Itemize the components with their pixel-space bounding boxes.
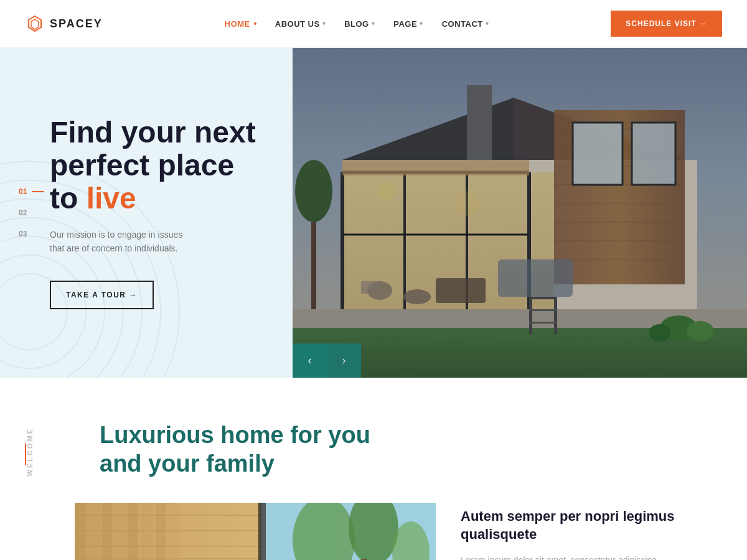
section-right-title: Autem semper per nopri legimus qualisque… [461,508,722,543]
svg-rect-56 [75,503,86,560]
section-two-content: Autem semper per nopri legimus qualisque… [0,478,747,560]
slide-indicator-3[interactable]: 03 [19,230,44,238]
section-right-text: Autem semper per nopri legimus qualisque… [461,503,722,560]
svg-rect-63 [168,503,179,560]
hero-accent-word: live [87,182,136,215]
nav-page[interactable]: PAGE▾ [393,19,423,29]
hero-content: Find your next perfect place to live Our… [50,116,261,309]
svg-rect-60 [128,503,138,560]
svg-rect-61 [141,503,153,560]
slide-indicator-2[interactable]: 02 [19,208,44,217]
hero-next-button[interactable]: › [327,343,361,378]
section-house-image [75,503,436,560]
svg-rect-62 [156,503,166,560]
welcome-label: WELCOME [25,427,34,476]
header: SPACEY HOME ABOUT US▾ BLOG▾ PAGE▾ CONTAC… [0,0,747,48]
svg-rect-49 [293,48,747,378]
hero-left-panel: 01 02 03 Find your next perfect place to… [0,48,293,378]
hero-section: 01 02 03 Find your next perfect place to… [0,48,747,378]
hero-description: Our mission is to engage in issues that … [50,228,187,256]
slide-indicators: 01 02 03 [19,187,44,238]
svg-rect-57 [88,503,100,560]
nav-arrow: ▾ [322,21,326,27]
logo-text: SPACEY [50,17,103,30]
nav-dot [254,22,256,25]
nav-blog[interactable]: BLOG▾ [344,19,375,29]
take-tour-button[interactable]: TAKE A TOUR → [50,281,154,309]
section-right-desc: Lorem ipsum dolor sit amet, consectetur … [461,553,722,560]
schedule-visit-button[interactable]: SCHEDULE VISIT → [611,11,722,37]
svg-rect-58 [102,503,112,560]
svg-rect-71 [261,503,436,560]
hero-title: Find your next perfect place to live [50,116,261,215]
main-nav: HOME ABOUT US▾ BLOG▾ PAGE▾ CONTACT▾ [225,19,489,29]
house-svg [293,48,747,378]
hero-image-panel: ‹ › [293,48,747,378]
section-two: WELCOME Luxurious home for you and your … [0,378,747,560]
slide-indicator-1[interactable]: 01 [19,187,44,196]
hero-prev-button[interactable]: ‹ [293,343,327,378]
logo-icon [25,14,45,34]
nav-arrow: ▾ [372,21,375,27]
nav-about[interactable]: ABOUT US▾ [275,19,326,29]
hero-house-image [293,48,747,378]
section-two-title-area: Luxurious home for you and your family [75,421,747,478]
svg-rect-59 [115,503,126,560]
hero-navigation: ‹ › [293,343,361,378]
section-two-title: Luxurious home for you and your family [100,421,722,478]
nav-arrow: ▾ [486,21,489,27]
svg-marker-1 [31,19,39,29]
nav-home[interactable]: HOME [225,19,256,29]
logo[interactable]: SPACEY [25,14,103,34]
nav-arrow: ▾ [420,21,423,27]
nav-contact[interactable]: CONTACT▾ [442,19,489,29]
section-house-svg [75,503,436,560]
